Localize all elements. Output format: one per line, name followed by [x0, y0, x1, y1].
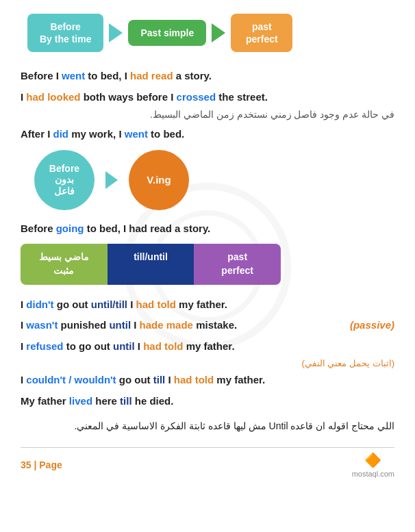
footer-logo: 🔶 mostaql.com	[352, 452, 394, 478]
flow-box-past-perfect: pastperfect	[231, 14, 292, 52]
arabic-note-1: في حالة عدم وجود فاصل زمني نستخدم زمن ال…	[21, 109, 394, 120]
logo-icon: 🔶	[364, 452, 381, 468]
flow-box-past-simple-ar: ماضي بسيطمثبت	[21, 244, 108, 284]
flow-row-1: BeforeBy the time Past simple pastperfec…	[21, 14, 394, 52]
sentence-1: Before I went to bed, I had read a story…	[21, 67, 394, 85]
passive-label: (passive)	[350, 316, 394, 334]
flow-row-2: ماضي بسيطمثبت till/until pastperfect	[21, 244, 281, 284]
main-content: BeforeBy the time Past simple pastperfec…	[21, 14, 394, 478]
sentence-6: I wasn't punished until I hade made mist…	[21, 316, 394, 334]
circle-arrow	[105, 171, 118, 189]
flow-box-till: till/until	[108, 244, 194, 284]
circle-before: Before بدون فاعل	[34, 150, 95, 210]
flow-box-past-perfect-2: pastperfect	[194, 244, 281, 284]
arabic-big-note: اللي محتاج اقوله ان قاعده Until مش ليها …	[21, 418, 394, 435]
circle-diagram: Before بدون فاعل V.ing	[34, 150, 394, 210]
flow-box-before: BeforeBy the time	[27, 14, 103, 52]
sentence-2: I had looked both ways before I crossed …	[21, 88, 394, 106]
sentence-3: After I did my work, I went to bed.	[21, 125, 394, 143]
logo-text: mostaql.com	[352, 470, 394, 478]
circle-ving: V.ing	[129, 150, 189, 210]
arabic-note-2: (اثبات يحمل معني النفي)	[21, 358, 394, 368]
sentence-9: My father lived here till he died.	[21, 392, 394, 410]
flow-box-past-simple: Past simple	[128, 20, 206, 46]
footer: 35 | Page 🔶 mostaql.com	[21, 447, 394, 478]
arrow-2	[212, 23, 225, 42]
sentence-8: I couldn't / wouldn't go out till I had …	[21, 371, 394, 389]
page-number: 35 | Page	[21, 459, 62, 470]
sentence-4: Before going to bed, I had read a story.	[21, 220, 394, 238]
arrow-1	[109, 23, 123, 42]
sentence-7: I refused to go out until I had told my …	[21, 338, 394, 355]
sentence-5: I didn't go out until/till I had told my…	[21, 296, 394, 314]
